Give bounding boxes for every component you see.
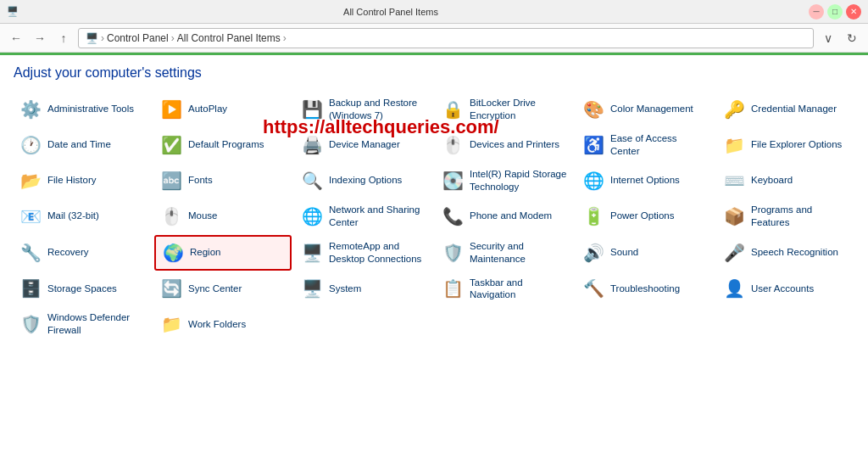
file-explorer-label: File Explorer Options xyxy=(751,138,842,151)
administrative-tools-icon: ⚙️ xyxy=(19,98,42,121)
mail-32bit-label: Mail (32-bit) xyxy=(47,210,99,222)
backup-restore-label: Backup and Restore (Windows 7) xyxy=(329,97,427,122)
file-history-icon: 📂 xyxy=(19,169,42,193)
control-item-security-maintenance[interactable]: 🛡️Security and Maintenance xyxy=(436,235,573,271)
sync-center-icon: 🔄 xyxy=(159,277,183,300)
control-item-autoplay[interactable]: ▶️AutoPlay xyxy=(154,92,292,126)
system-label: System xyxy=(329,283,361,295)
control-item-credential-manager[interactable]: 🔑Credential Manager xyxy=(717,92,854,126)
back-button[interactable]: ← xyxy=(7,29,25,48)
phone-modem-label: Phone and Modem xyxy=(470,210,552,222)
devices-printers-label: Devices and Printers xyxy=(470,138,559,151)
control-item-speech-recognition[interactable]: 🎤Speech Recognition xyxy=(717,235,854,271)
control-item-system[interactable]: 🖥️System xyxy=(295,272,432,306)
title-bar-title: All Control Panel Items xyxy=(0,7,809,17)
troubleshooting-label: Troubleshooting xyxy=(610,283,680,295)
bitlocker-icon: 🔒 xyxy=(441,98,465,121)
breadcrumb-icon: 🖥️ xyxy=(86,32,98,44)
control-item-fonts[interactable]: 🔤Fonts xyxy=(154,164,292,198)
internet-options-label: Internet Options xyxy=(610,174,680,187)
refresh-button[interactable]: ↻ xyxy=(843,29,861,48)
control-item-phone-modem[interactable]: 📞Phone and Modem xyxy=(436,199,573,233)
up-button[interactable]: ↑ xyxy=(54,29,73,48)
control-item-programs-features[interactable]: 📦Programs and Features xyxy=(717,199,854,233)
user-accounts-icon: 👤 xyxy=(722,277,746,300)
troubleshooting-icon: 🔨 xyxy=(581,277,605,300)
control-item-taskbar-navigation[interactable]: 📋Taskbar and Navigation xyxy=(436,272,573,306)
indexing-options-icon: 🔍 xyxy=(300,169,324,193)
breadcrumb-cp[interactable]: Control Panel xyxy=(107,32,169,44)
control-item-user-accounts[interactable]: 👤User Accounts xyxy=(717,272,854,306)
programs-features-icon: 📦 xyxy=(722,204,746,228)
control-item-network-sharing[interactable]: 🌐Network and Sharing Center xyxy=(295,199,432,233)
control-item-devices-printers[interactable]: 🖱️Devices and Printers xyxy=(436,128,573,162)
phone-modem-icon: 📞 xyxy=(441,204,465,228)
recovery-label: Recovery xyxy=(47,246,89,259)
date-time-icon: 🕐 xyxy=(19,133,42,157)
file-explorer-icon: 📁 xyxy=(722,133,746,157)
date-time-label: Date and Time xyxy=(47,138,111,151)
control-panel-grid: ⚙️Administrative Tools▶️AutoPlay💾Backup … xyxy=(14,92,854,341)
control-item-ease-of-access[interactable]: ♿Ease of Access Center xyxy=(576,128,714,162)
device-manager-icon: 🖨️ xyxy=(300,133,324,157)
control-item-file-explorer[interactable]: 📁File Explorer Options xyxy=(717,128,854,162)
mail-32bit-icon: 📧 xyxy=(19,204,42,228)
mouse-label: Mouse xyxy=(188,210,218,222)
color-management-label: Color Management xyxy=(610,103,693,115)
control-item-windows-defender[interactable]: 🛡️Windows Defender Firewall xyxy=(14,307,151,341)
control-item-device-manager[interactable]: 🖨️Device Manager xyxy=(295,128,432,162)
sync-center-label: Sync Center xyxy=(188,283,242,295)
breadcrumb-all[interactable]: All Control Panel Items xyxy=(177,32,281,44)
minimize-button[interactable]: ─ xyxy=(809,4,824,20)
control-item-mail-32bit[interactable]: 📧Mail (32-bit) xyxy=(14,199,151,233)
control-item-work-folders[interactable]: 📁Work Folders xyxy=(154,307,292,341)
control-item-power-options[interactable]: 🔋Power Options xyxy=(576,199,714,233)
keyboard-icon: ⌨️ xyxy=(722,169,746,193)
maximize-button[interactable]: □ xyxy=(827,4,843,20)
user-accounts-label: User Accounts xyxy=(751,283,814,295)
recovery-icon: 🔧 xyxy=(19,241,42,265)
control-item-region[interactable]: 🌍Region xyxy=(154,235,292,271)
network-sharing-icon: 🌐 xyxy=(300,204,324,228)
windows-defender-icon: 🛡️ xyxy=(19,312,42,336)
intel-rst-label: Intel(R) Rapid Storage Technology xyxy=(470,168,568,193)
administrative-tools-label: Administrative Tools xyxy=(47,103,134,115)
devices-printers-icon: 🖱️ xyxy=(441,133,465,157)
control-item-default-programs[interactable]: ✅Default Programs xyxy=(154,128,292,162)
control-item-indexing-options[interactable]: 🔍Indexing Options xyxy=(295,164,432,198)
device-manager-label: Device Manager xyxy=(329,138,400,151)
control-item-sync-center[interactable]: 🔄Sync Center xyxy=(154,272,292,306)
close-button[interactable]: ✕ xyxy=(846,4,861,20)
control-item-keyboard[interactable]: ⌨️Keyboard xyxy=(717,164,854,198)
control-item-backup-restore[interactable]: 💾Backup and Restore (Windows 7) xyxy=(295,92,432,126)
control-item-administrative-tools[interactable]: ⚙️Administrative Tools xyxy=(14,92,151,126)
title-bar: 🖥️ All Control Panel Items ─ □ ✕ xyxy=(0,0,868,24)
work-folders-label: Work Folders xyxy=(188,318,246,331)
control-item-storage-spaces[interactable]: 🗄️Storage Spaces xyxy=(14,272,151,306)
control-item-recovery[interactable]: 🔧Recovery xyxy=(14,235,151,271)
control-item-mouse[interactable]: 🖱️Mouse xyxy=(154,199,292,233)
network-sharing-label: Network and Sharing Center xyxy=(329,204,427,229)
address-bar: ← → ↑ 🖥️ › Control Panel › All Control P… xyxy=(0,24,868,53)
indexing-options-label: Indexing Options xyxy=(329,174,402,187)
default-programs-label: Default Programs xyxy=(188,138,264,151)
dropdown-button[interactable]: ∨ xyxy=(819,29,837,48)
system-icon: 🖥️ xyxy=(300,277,324,300)
control-item-sound[interactable]: 🔊Sound xyxy=(576,235,714,271)
control-item-date-time[interactable]: 🕐Date and Time xyxy=(14,128,151,162)
forward-button[interactable]: → xyxy=(31,29,49,48)
control-item-bitlocker[interactable]: 🔒BitLocker Drive Encryption xyxy=(436,92,573,126)
control-item-file-history[interactable]: 📂File History xyxy=(14,164,151,198)
control-item-remoteapp[interactable]: 🖥️RemoteApp and Desktop Connections xyxy=(295,235,432,271)
breadcrumb: 🖥️ › Control Panel › All Control Panel I… xyxy=(78,28,814,48)
control-item-color-management[interactable]: 🎨Color Management xyxy=(576,92,714,126)
sound-label: Sound xyxy=(610,246,638,259)
control-item-troubleshooting[interactable]: 🔨Troubleshooting xyxy=(576,272,714,306)
default-programs-icon: ✅ xyxy=(159,133,183,157)
windows-defender-label: Windows Defender Firewall xyxy=(47,311,146,337)
sound-icon: 🔊 xyxy=(581,241,605,265)
control-item-intel-rst[interactable]: 💽Intel(R) Rapid Storage Technology xyxy=(436,164,573,198)
control-item-internet-options[interactable]: 🌐Internet Options xyxy=(576,164,714,198)
ease-of-access-icon: ♿ xyxy=(581,133,605,157)
power-options-icon: 🔋 xyxy=(581,204,605,228)
